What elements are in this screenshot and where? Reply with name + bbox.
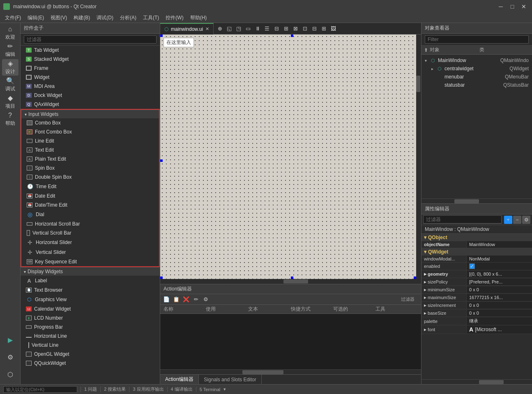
action-delete-btn[interactable]: ❌ <box>182 295 191 304</box>
tool-design[interactable]: ◈ 设计 <box>2 59 18 76</box>
menu-analyze[interactable]: 分析(A) <box>117 14 140 22</box>
sizepolicy-expand-icon[interactable]: ▸ <box>424 279 426 285</box>
close-button[interactable]: ✕ <box>519 2 529 11</box>
widget-line-edit[interactable]: Line Edit <box>21 136 159 145</box>
property-editor-scrollbar[interactable] <box>421 379 532 384</box>
widget-tab-widget[interactable]: T Tab Widget <box>21 46 160 55</box>
tree-item-mainwindow[interactable]: ▾ ⬡ MainWindow QMainWindo <box>423 56 530 65</box>
minimize-button[interactable]: ─ <box>496 2 506 11</box>
menu-build[interactable]: 构建(B) <box>70 14 93 22</box>
tool-run[interactable]: ▶ <box>2 332 18 348</box>
maximize-button[interactable]: □ <box>507 2 517 11</box>
status-search-results[interactable]: 2 搜索结果 <box>104 386 126 392</box>
widget-font-combo-box[interactable]: F Font Combo Box <box>21 127 159 136</box>
toolbar-btn-1[interactable]: ⊕ <box>215 24 224 33</box>
widget-frame[interactable]: Frame <box>21 64 160 73</box>
basesize-expand-icon[interactable]: ▸ <box>424 310 426 316</box>
tool-projects[interactable]: ◆ 项目 <box>2 94 18 110</box>
widget-qaxwidget[interactable]: Q QAxWidget <box>21 100 160 109</box>
menu-help[interactable]: 帮助(H) <box>187 14 210 22</box>
toolbar-btn-11[interactable]: ⊟ <box>310 24 319 33</box>
toolbar-btn-8[interactable]: ⊞ <box>281 24 290 33</box>
toolbar-btn-12[interactable]: ⊞ <box>319 24 328 33</box>
widget-filter-input[interactable] <box>24 35 157 44</box>
widget-dock-widget[interactable]: D Dock Widget <box>21 91 160 100</box>
property-add-btn[interactable]: + <box>504 216 512 224</box>
prop-value-sizepolicy[interactable]: [Preferred, Pre... <box>467 279 532 285</box>
widget-spin-box[interactable]: ↕ Spin Box <box>21 164 159 173</box>
prop-value-enabled[interactable]: ✓ <box>467 263 532 270</box>
toolbar-btn-3[interactable]: ◳ <box>234 24 243 33</box>
prop-value-geometry[interactable]: [(0, 0), 800 x 6... <box>467 271 532 277</box>
widget-horizontal-line[interactable]: Horizontal Line <box>21 332 160 341</box>
minsize-expand-icon[interactable]: ▸ <box>424 287 426 293</box>
widget-lcd-number[interactable]: 8 LCD Number <box>21 313 160 323</box>
tool-debug[interactable]: 🔍 调试 <box>2 76 18 93</box>
property-remove-btn[interactable]: − <box>513 216 521 224</box>
font-expand-icon[interactable]: ▸ <box>424 327 426 332</box>
tool-edit[interactable]: ✏ 编辑 <box>2 42 18 58</box>
widget-widget[interactable]: Widget <box>21 73 160 82</box>
toolbar-btn-10[interactable]: ⊡ <box>300 24 309 33</box>
action-open-btn[interactable]: 📋 <box>172 295 181 304</box>
action-edit-btn[interactable]: ✏ <box>191 295 200 304</box>
widget-vertical-scroll-bar[interactable]: Vertical Scroll Bar <box>21 228 159 237</box>
editor-tab-mainwindow[interactable]: ⬡ mainwindow.ui ✕ <box>160 23 214 35</box>
widget-text-browser[interactable]: 📄 Text Browser <box>21 286 160 295</box>
tree-item-menubar[interactable]: menubar QMenuBar <box>423 73 530 81</box>
tool-help[interactable]: ? 帮助 <box>2 111 18 127</box>
tree-item-statusbar[interactable]: statusbar QStatusBar <box>423 81 530 89</box>
canvas-handle-tc[interactable] <box>291 35 293 37</box>
prop-value-objectname[interactable]: MainWindow <box>467 241 532 248</box>
col-class[interactable]: 类 <box>477 46 532 54</box>
action-new-btn[interactable]: 📄 <box>162 295 171 304</box>
widget-double-spin-box[interactable]: ↕ Double Spin Box <box>21 173 159 182</box>
action-editor-scrollbar[interactable] <box>160 369 421 374</box>
input-widgets-header[interactable]: ▾ Input Widgets <box>21 110 159 118</box>
prop-value-windowmodal[interactable]: NonModal <box>467 256 532 262</box>
tool-extra[interactable]: ⬡ <box>2 366 18 382</box>
prop-value-basesize[interactable]: 0 x 0 <box>467 310 532 316</box>
widget-stacked-widget[interactable]: S Stacked Widget <box>21 55 160 64</box>
widget-horizontal-scroll-bar[interactable]: Horizontal Scroll Bar <box>21 219 159 228</box>
widget-time-edit[interactable]: 🕐 Time Edit <box>21 182 159 191</box>
widget-date-edit[interactable]: 📅 Date Edit <box>21 191 159 200</box>
geometry-expand-icon[interactable]: ▸ <box>424 271 426 277</box>
menu-file[interactable]: 文件(F) <box>2 14 24 22</box>
widget-datetime-edit[interactable]: 📅 Date/Time Edit <box>21 200 159 210</box>
tree-item-centralwidget[interactable]: ▸ ⬡ centralwidget QWidget <box>423 65 530 73</box>
prop-value-maximumsize[interactable]: 16777215 x 16... <box>467 294 532 301</box>
prop-value-font[interactable]: A [Microsoft ... <box>467 325 532 334</box>
widget-qquick[interactable]: QQuickWidget <box>21 359 160 368</box>
toolbar-btn-4[interactable]: ▭ <box>244 24 253 33</box>
toolbar-btn-6[interactable]: ☰ <box>263 24 272 33</box>
widget-combo-box[interactable]: Combo Box <box>21 118 159 127</box>
prop-value-palette[interactable]: 继承 <box>467 317 532 325</box>
widget-label[interactable]: A Label <box>21 276 160 286</box>
btab-signals-slots[interactable]: Signals and Slots Editor <box>199 375 261 384</box>
canvas-v-scrollbar[interactable] <box>416 35 421 279</box>
tool-build[interactable]: ⚙ <box>2 349 18 365</box>
widget-progress-bar[interactable]: Progress Bar <box>21 323 160 332</box>
menu-tools[interactable]: 工具(T) <box>140 14 162 22</box>
menu-edit[interactable]: 编辑(E) <box>24 14 47 22</box>
menu-debug[interactable]: 调试(D) <box>93 14 117 22</box>
widget-mdi-area[interactable]: M MDI Area <box>21 82 160 91</box>
prop-group-qwidget[interactable]: ▾ QWidget <box>421 248 532 256</box>
status-problems[interactable]: 1 问题 <box>84 386 97 392</box>
status-terminal[interactable]: 5 Terminal <box>200 387 221 392</box>
canvas-handle-tl[interactable] <box>160 35 163 37</box>
col-object[interactable]: ⬆ 对象 <box>421 46 477 54</box>
enabled-checkbox[interactable]: ✓ <box>469 263 475 269</box>
widget-horizontal-slider[interactable]: ✛ Horizontal Slider <box>21 237 159 247</box>
prop-value-sizeincrement[interactable]: 0 x 0 <box>467 302 532 309</box>
canvas-inner[interactable]: 在这里输入 <box>160 35 421 284</box>
status-app-output[interactable]: 3 应用程序输出 <box>133 386 164 392</box>
widget-key-sequence-edit[interactable]: ⌨ Key Sequence Edit <box>21 257 159 266</box>
canvas-h-scrollbar[interactable] <box>160 279 421 284</box>
status-arrow[interactable]: ▾ <box>223 387 226 392</box>
status-compile-output[interactable]: 4 编译输出 <box>171 386 193 392</box>
menu-view[interactable]: 视图(V) <box>47 14 70 22</box>
close-tab-button[interactable]: ✕ <box>205 26 209 32</box>
prop-group-qobject[interactable]: ▾ QObject <box>421 234 532 241</box>
